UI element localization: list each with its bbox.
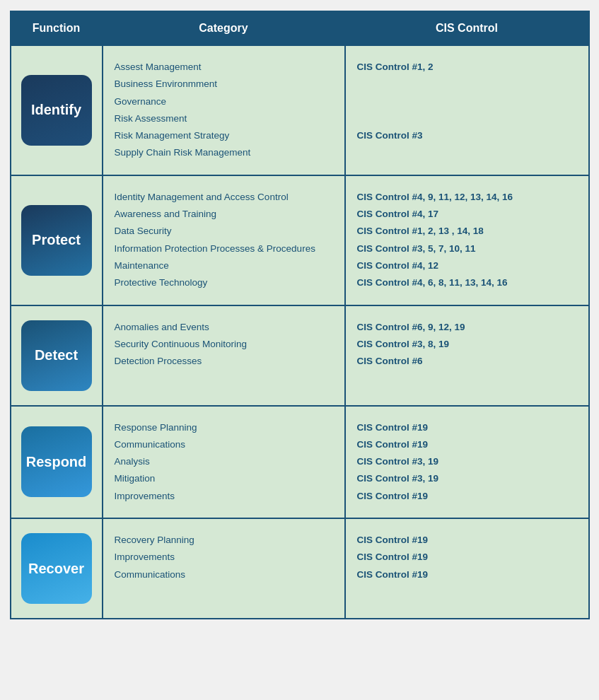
table-header: Function Category CIS Control	[11, 12, 588, 45]
cis-item: CIS Control #4, 17	[357, 206, 577, 223]
table-row: IdentifyAssest ManagementBusiness Enviro…	[11, 45, 588, 175]
function-cell-recover: Recover	[11, 519, 103, 618]
function-badge-respond: Respond	[21, 426, 92, 497]
cis-item	[357, 76, 577, 93]
table-row: ProtectIdentity Management and Access Co…	[11, 175, 588, 305]
cis-item: CIS Control #1, 2, 13 , 14, 18	[357, 223, 577, 240]
cis-item: CIS Control #4, 6, 8, 11, 13, 14, 16	[357, 274, 577, 291]
category-item: Assest Management	[115, 59, 333, 76]
cis-item: CIS Control #4, 9, 11, 12, 13, 14, 16	[357, 189, 577, 206]
category-cell: Anomalies and EventsSecurity Continuous …	[103, 306, 346, 405]
cis-item: CIS Control #6, 9, 12, 19	[357, 319, 577, 336]
category-item: Protective Technology	[115, 274, 333, 291]
main-table: Function Category CIS Control IdentifyAs…	[10, 11, 590, 619]
category-item: Business Environmment	[115, 76, 333, 93]
cis-item: CIS Control #3, 19	[357, 453, 577, 470]
table-row: RespondResponse PlanningCommunicationsAn…	[11, 405, 588, 518]
cis-item	[357, 110, 577, 127]
category-item: Risk Management Strategy	[115, 127, 333, 144]
function-badge-detect: Detect	[21, 320, 92, 391]
header-function: Function	[11, 12, 103, 45]
cis-item: CIS Control #19	[357, 566, 577, 583]
cis-cell: CIS Control #4, 9, 11, 12, 13, 14, 16CIS…	[346, 176, 588, 305]
category-item: Detection Processes	[115, 353, 333, 370]
category-cell: Assest ManagementBusiness EnvironmmentGo…	[103, 46, 346, 175]
category-item: Mitigation	[115, 470, 333, 487]
category-item: Recovery Planning	[115, 532, 333, 549]
category-item: Response Planning	[115, 419, 333, 436]
category-item: Awareness and Training	[115, 206, 333, 223]
table-row: DetectAnomalies and EventsSecurity Conti…	[11, 305, 588, 405]
cis-item: CIS Control #19	[357, 488, 577, 505]
function-cell-detect: Detect	[11, 306, 103, 405]
cis-item: CIS Control #6	[357, 353, 577, 370]
cis-item: CIS Control #19	[357, 419, 577, 436]
category-item: Information Protection Processes & Proce…	[115, 240, 333, 257]
category-item: Improvements	[115, 549, 333, 566]
cis-item	[357, 144, 577, 161]
category-item: Improvements	[115, 488, 333, 505]
cis-cell: CIS Control #1, 2 CIS Control #3	[346, 46, 588, 175]
category-item: Communications	[115, 436, 333, 453]
header-category: Category	[103, 12, 346, 45]
category-item: Maintenance	[115, 257, 333, 274]
category-item: Risk Assessment	[115, 110, 333, 127]
cis-cell: CIS Control #6, 9, 12, 19CIS Control #3,…	[346, 306, 588, 405]
function-badge-recover: Recover	[21, 533, 92, 604]
function-cell-respond: Respond	[11, 407, 103, 518]
cis-item: CIS Control #3, 8, 19	[357, 336, 577, 353]
category-item: Communications	[115, 566, 333, 583]
cis-cell: CIS Control #19CIS Control #19CIS Contro…	[346, 519, 588, 618]
cis-item	[357, 93, 577, 110]
category-cell: Response PlanningCommunicationsAnalysisM…	[103, 407, 346, 518]
category-item: Governance	[115, 93, 333, 110]
header-cis-control: CIS Control	[346, 12, 588, 45]
category-item: Anomalies and Events	[115, 319, 333, 336]
function-cell-protect: Protect	[11, 176, 103, 305]
cis-item: CIS Control #3	[357, 127, 577, 144]
category-item: Identity Management and Access Control	[115, 189, 333, 206]
category-item: Security Continuous Monitoring	[115, 336, 333, 353]
category-item: Data Security	[115, 223, 333, 240]
cis-item: CIS Control #3, 19	[357, 470, 577, 487]
function-cell-identify: Identify	[11, 46, 103, 175]
category-cell: Recovery PlanningImprovementsCommunicati…	[103, 519, 346, 618]
cis-item: CIS Control #3, 5, 7, 10, 11	[357, 240, 577, 257]
cis-item: CIS Control #19	[357, 549, 577, 566]
category-item: Analysis	[115, 453, 333, 470]
cis-item: CIS Control #4, 12	[357, 257, 577, 274]
table-row: RecoverRecovery PlanningImprovementsComm…	[11, 518, 588, 618]
cis-item: CIS Control #19	[357, 436, 577, 453]
function-badge-identify: Identify	[21, 75, 92, 146]
cis-item: CIS Control #19	[357, 532, 577, 549]
category-cell: Identity Management and Access ControlAw…	[103, 176, 346, 305]
category-item: Supply Chain Risk Management	[115, 144, 333, 161]
function-badge-protect: Protect	[21, 205, 92, 276]
table-body: IdentifyAssest ManagementBusiness Enviro…	[11, 45, 588, 618]
cis-item: CIS Control #1, 2	[357, 59, 577, 76]
cis-cell: CIS Control #19CIS Control #19CIS Contro…	[346, 407, 588, 518]
